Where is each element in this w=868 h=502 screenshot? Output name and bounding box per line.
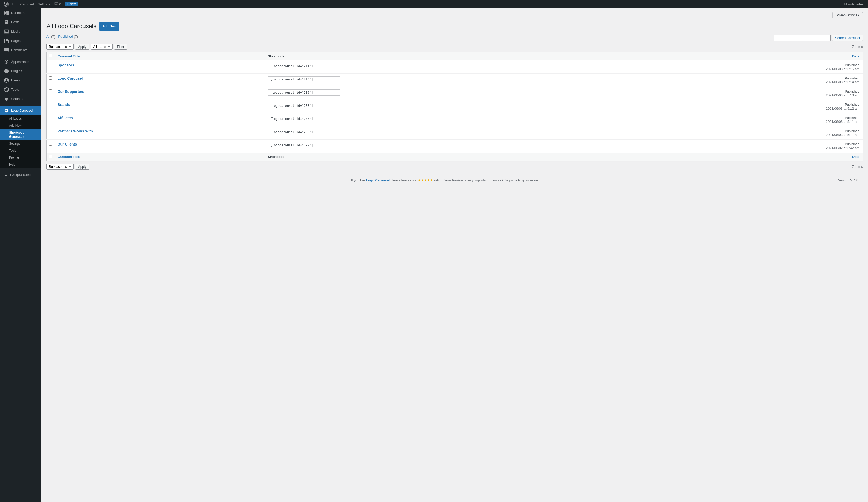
submenu-add-new[interactable]: Add New — [0, 122, 41, 129]
submenu-settings[interactable]: Settings — [0, 140, 41, 147]
comments-label: Comments — [11, 48, 28, 52]
row-date-cell: Published 2021/06/03 at 5:12 am — [661, 100, 862, 113]
main-content: Screen Options ▾ All Logo Carousels Add … — [41, 8, 868, 502]
submenu-tools[interactable]: Tools — [0, 147, 41, 154]
submenu-premium[interactable]: Premium — [0, 154, 41, 161]
tablenav-top: Bulk actions Apply All dates Filter 7 it… — [46, 43, 863, 50]
row-checkbox-6[interactable] — [49, 142, 52, 145]
row-title-cell: Sponsors — [54, 60, 265, 74]
row-checkbox-2[interactable] — [49, 89, 52, 93]
filter-published[interactable]: Published (7) — [58, 34, 78, 39]
carousel-title-link[interactable]: Partners Works With — [58, 129, 93, 133]
collapse-menu-btn[interactable]: Collapse menu — [0, 171, 41, 180]
screen-options-button[interactable]: Screen Options ▾ — [832, 12, 863, 18]
media-icon — [4, 29, 9, 34]
bulk-actions-select-top[interactable]: Bulk actions — [46, 44, 74, 50]
row-date: 2021/06/03 at 5:13 am — [664, 93, 859, 97]
add-new-button[interactable]: Add New — [100, 22, 119, 31]
search-button[interactable]: Search Carousel — [832, 34, 863, 41]
col-title-header[interactable]: Carousel Title — [54, 52, 265, 60]
carousel-title-link[interactable]: Affiliates — [58, 116, 73, 120]
row-checkbox-cell — [47, 100, 54, 113]
select-all-checkbox-footer[interactable] — [49, 154, 52, 158]
dashboard-icon — [4, 10, 9, 16]
row-shortcode-cell: [logocarousel id="211"] — [265, 60, 661, 74]
settings-icon — [4, 97, 9, 102]
footer-plugin-link[interactable]: Logo Carousel — [366, 178, 390, 182]
sidebar-item-dashboard[interactable]: Dashboard — [0, 8, 41, 18]
settings-link[interactable]: Settings — [36, 2, 52, 6]
site-name-link[interactable]: Logo Carousel — [10, 2, 36, 6]
row-checkbox-cell — [47, 74, 54, 87]
sidebar-item-media[interactable]: Media — [0, 27, 41, 36]
col-date-footer[interactable]: Date — [661, 152, 862, 161]
tablenav-bottom: Bulk actions Apply 7 items — [46, 163, 863, 170]
row-date-cell: Published 2021/06/03 at 5:13 am — [661, 87, 862, 100]
new-content-btn[interactable]: + New — [65, 2, 78, 7]
carousel-title-link[interactable]: Our Clients — [58, 142, 77, 146]
carousel-title-link[interactable]: Sponsors — [58, 63, 74, 67]
select-all-footer — [47, 152, 54, 161]
row-date: 2021/06/03 at 5:11 am — [664, 133, 859, 137]
row-title-cell: Brands — [54, 100, 265, 113]
sidebar-item-appearance[interactable]: Appearance — [0, 57, 41, 67]
col-shortcode-header: Shortcode — [265, 52, 661, 60]
apply-button-top[interactable]: Apply — [75, 44, 90, 50]
row-date: 2021/06/02 at 5:42 am — [664, 146, 859, 150]
row-checkbox-3[interactable] — [49, 103, 52, 106]
table-row: Our Supporters [logocarousel id="209"] P… — [47, 87, 863, 100]
all-link[interactable]: All — [46, 34, 50, 39]
col-shortcode-footer: Shortcode — [265, 152, 661, 161]
row-checkbox-0[interactable] — [49, 63, 52, 67]
apply-button-bottom[interactable]: Apply — [75, 164, 90, 170]
wp-logo[interactable] — [3, 0, 10, 8]
row-status: Published — [664, 116, 859, 120]
footer-text: If you like Logo Carousel please leave u… — [351, 178, 539, 182]
sidebar-item-posts[interactable]: Posts — [0, 18, 41, 27]
sidebar-item-pages[interactable]: Pages — [0, 36, 41, 46]
comments-link[interactable]: 0 — [52, 2, 63, 6]
row-checkbox-1[interactable] — [49, 76, 52, 80]
row-shortcode-cell: [logocarousel id="210"] — [265, 74, 661, 87]
carousel-title-link[interactable]: Our Supporters — [58, 89, 84, 93]
sidebar-item-settings[interactable]: Settings — [0, 94, 41, 104]
row-status: Published — [664, 76, 859, 80]
row-checkbox-4[interactable] — [49, 116, 52, 119]
filter-button[interactable]: Filter — [114, 44, 127, 50]
row-status: Published — [664, 63, 859, 67]
col-title-footer[interactable]: Carousel Title — [54, 152, 265, 161]
carousel-title-link[interactable]: Logo Carousel — [58, 76, 83, 80]
select-all-checkbox[interactable] — [49, 54, 52, 57]
bulk-actions-select-bottom[interactable]: Bulk actions — [46, 164, 74, 170]
table-row: Partners Works With [logocarousel id="20… — [47, 127, 863, 140]
submenu-shortcode-generator[interactable]: Shortcode Generator — [0, 129, 41, 141]
plugins-label: Plugins — [11, 69, 22, 73]
row-checkbox-5[interactable] — [49, 129, 52, 132]
sidebar-item-plugins[interactable]: Plugins — [0, 67, 41, 76]
search-input[interactable] — [774, 34, 830, 41]
row-date-cell: Published 2021/06/03 at 5:11 am — [661, 113, 862, 127]
published-link[interactable]: Published — [58, 34, 73, 39]
table-row: Our Clients [logocarousel id="199"] Publ… — [47, 140, 863, 153]
dates-select[interactable]: All dates — [91, 44, 113, 50]
sidebar-item-users[interactable]: Users — [0, 76, 41, 85]
search-box: Search Carousel — [774, 34, 863, 41]
row-status: Published — [664, 129, 859, 133]
table-row: Logo Carousel [logocarousel id="210"] Pu… — [47, 74, 863, 87]
sidebar: Dashboard Posts Media — [0, 8, 41, 502]
filter-all[interactable]: All (7) — [46, 34, 55, 39]
col-date-header[interactable]: Date — [661, 52, 862, 60]
pages-icon — [4, 38, 9, 43]
settings-label: Settings — [11, 97, 23, 101]
row-shortcode-cell: [logocarousel id="207"] — [265, 113, 661, 127]
row-status: Published — [664, 89, 859, 93]
submenu-help[interactable]: Help — [0, 161, 41, 168]
sidebar-item-comments[interactable]: Comments — [0, 46, 41, 55]
sidebar-item-tools[interactable]: Tools — [0, 85, 41, 94]
row-date-cell: Published 2021/06/03 at 5:14 am — [661, 74, 862, 87]
shortcode-value: [logocarousel id="207"] — [268, 116, 340, 122]
logo-carousel-label: Logo Carousel — [11, 108, 33, 113]
submenu-all-logos[interactable]: All Logos — [0, 115, 41, 122]
sidebar-item-logo-carousel[interactable]: Logo Carousel All Logos Add New Shortcod… — [0, 106, 41, 168]
carousel-title-link[interactable]: Brands — [58, 103, 70, 107]
